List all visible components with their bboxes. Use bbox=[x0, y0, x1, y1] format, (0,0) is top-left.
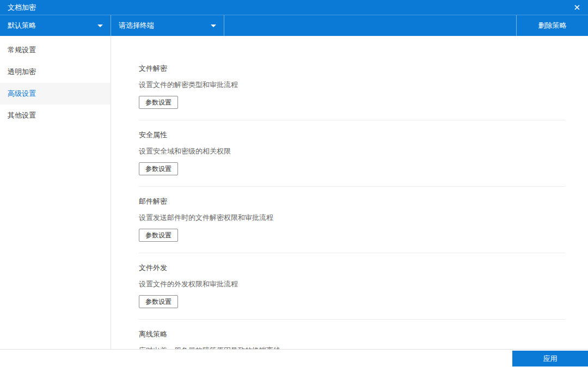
param-settings-button[interactable]: 参数设置 bbox=[139, 96, 178, 109]
param-settings-button[interactable]: 参数设置 bbox=[139, 229, 178, 242]
sidebar-item-other[interactable]: 其他设置 bbox=[0, 105, 111, 126]
settings-sidebar: 常规设置 透明加密 高级设置 其他设置 bbox=[0, 36, 111, 349]
section-title: 文件解密 bbox=[139, 65, 565, 72]
section-title: 安全属性 bbox=[139, 131, 565, 138]
section-title: 离线策略 bbox=[139, 331, 565, 338]
policy-dropdown[interactable]: 默认策略 bbox=[0, 15, 111, 36]
chevron-down-icon bbox=[97, 25, 103, 27]
terminal-dropdown-value: 请选择终端 bbox=[119, 21, 206, 30]
section-description: 设置发送邮件时的文件解密权限和审批流程 bbox=[139, 214, 565, 221]
section-mail-decryption: 邮件解密 设置发送邮件时的文件解密权限和审批流程 参数设置 bbox=[139, 187, 565, 253]
section-file-decryption: 文件解密 设置文件的解密类型和审批流程 参数设置 bbox=[139, 54, 565, 120]
param-settings-button[interactable]: 参数设置 bbox=[139, 295, 178, 308]
section-title: 文件外发 bbox=[139, 264, 565, 271]
section-title: 邮件解密 bbox=[139, 198, 565, 205]
main-area: 常规设置 透明加密 高级设置 其他设置 文件解密 设置文件的解密类型和审批流程 … bbox=[0, 36, 588, 349]
dialog-title: 文档加密 bbox=[8, 3, 36, 13]
close-icon[interactable]: ✕ bbox=[573, 3, 580, 11]
policy-dropdown-value: 默认策略 bbox=[8, 21, 93, 30]
section-offline-policy: 离线策略 应对出差、服务器故障等原因导致的终端离线 参数设置 bbox=[139, 320, 565, 349]
advanced-settings-panel: 文件解密 设置文件的解密类型和审批流程 参数设置 安全属性 设置安全域和密级的相… bbox=[111, 36, 588, 349]
toolbar-spacer bbox=[224, 15, 516, 36]
section-description: 设置文件的解密类型和审批流程 bbox=[139, 81, 565, 88]
delete-policy-button[interactable]: 删除策略 bbox=[516, 15, 588, 36]
section-file-outgoing: 文件外发 设置文件的外发权限和审批流程 参数设置 bbox=[139, 253, 565, 320]
sidebar-item-general[interactable]: 常规设置 bbox=[0, 39, 111, 61]
chevron-down-icon bbox=[211, 25, 216, 27]
document-encryption-dialog: 文档加密 ✕ 默认策略 请选择终端 删除策略 常规设置 透明加密 高级设置 其他… bbox=[0, 0, 588, 367]
title-bar: 文档加密 ✕ bbox=[0, 0, 588, 15]
policy-toolbar: 默认策略 请选择终端 删除策略 bbox=[0, 15, 588, 36]
apply-button[interactable]: 应用 bbox=[512, 351, 588, 366]
footer-bar: 应用 bbox=[0, 349, 588, 367]
sidebar-item-transparent-encryption[interactable]: 透明加密 bbox=[0, 61, 111, 83]
section-description: 设置安全域和密级的相关权限 bbox=[139, 148, 565, 155]
section-security-attributes: 安全属性 设置安全域和密级的相关权限 参数设置 bbox=[139, 120, 565, 187]
param-settings-button[interactable]: 参数设置 bbox=[139, 162, 178, 175]
section-description: 设置文件的外发权限和审批流程 bbox=[139, 280, 565, 288]
sidebar-item-advanced[interactable]: 高级设置 bbox=[0, 83, 111, 105]
terminal-dropdown[interactable]: 请选择终端 bbox=[111, 15, 224, 36]
